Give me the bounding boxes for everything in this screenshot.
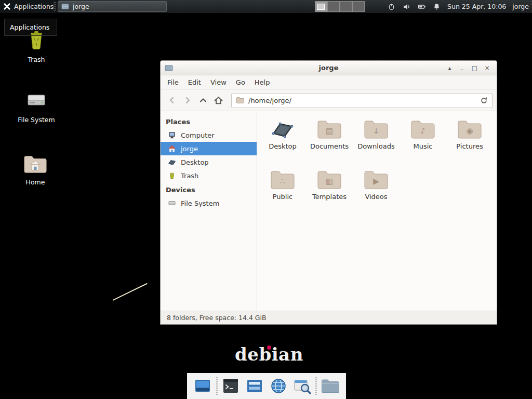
sidebar-item-computer[interactable]: Computer bbox=[161, 128, 257, 142]
desktop-icon-home[interactable]: Home bbox=[13, 154, 58, 186]
trash-icon bbox=[25, 29, 48, 52]
desktop-icon-trash[interactable]: Trash bbox=[14, 29, 59, 63]
globe-icon bbox=[269, 377, 288, 395]
desktop-icon-filesystem[interactable]: File System bbox=[14, 89, 59, 124]
window-controls: ▴ – □ × bbox=[444, 62, 493, 73]
sidebar-item-desktop[interactable]: Desktop bbox=[161, 155, 257, 169]
panel-grip[interactable] bbox=[54, 2, 56, 11]
folder-icon bbox=[321, 378, 340, 394]
sidebar-item-trash[interactable]: Trash bbox=[161, 169, 257, 182]
file-label: Downloads bbox=[357, 142, 394, 150]
menu-help[interactable]: Help bbox=[250, 76, 275, 88]
file-item-documents[interactable]: ▤ Documents bbox=[306, 119, 353, 169]
file-label: Music bbox=[414, 142, 433, 150]
menubar: File Edit View Go Help bbox=[161, 75, 497, 90]
downloads-folder-icon: ↓ bbox=[364, 119, 389, 140]
file-label: Pictures bbox=[456, 142, 483, 150]
document-emblem: ▤ bbox=[326, 127, 333, 135]
file-item-music[interactable]: ♪ Music bbox=[400, 119, 446, 169]
clock[interactable]: Sun 25 Apr, 10:06 bbox=[447, 3, 506, 10]
menu-view[interactable]: View bbox=[206, 76, 231, 88]
menu-go[interactable]: Go bbox=[231, 76, 250, 88]
file-label: Desktop bbox=[269, 142, 297, 150]
file-label: Documents bbox=[310, 142, 349, 150]
menu-file[interactable]: File bbox=[163, 76, 183, 88]
debian-logo: debian bbox=[235, 344, 303, 365]
workspace-1[interactable] bbox=[315, 1, 327, 12]
pictures-folder-icon: ◉ bbox=[457, 119, 482, 140]
maximize-button[interactable]: □ bbox=[469, 62, 480, 73]
terminal-icon bbox=[221, 377, 240, 395]
documents-folder-icon: ▤ bbox=[317, 119, 342, 140]
back-button[interactable] bbox=[165, 94, 179, 108]
reload-button[interactable] bbox=[477, 94, 490, 107]
dock-panel-preferences[interactable] bbox=[244, 376, 265, 396]
desktop-settings-icon bbox=[193, 377, 212, 395]
close-button[interactable]: × bbox=[482, 62, 493, 73]
sidebar: Places Computer bbox=[161, 111, 257, 311]
file-item-templates[interactable]: ▥ Templates bbox=[306, 169, 353, 220]
workspace-switcher bbox=[315, 1, 365, 12]
dock-file-manager[interactable] bbox=[320, 376, 341, 396]
panel-username: jorge bbox=[512, 3, 529, 10]
workspace-2[interactable] bbox=[327, 1, 340, 12]
video-emblem: ▶ bbox=[373, 178, 379, 185]
share-emblem: ∴ bbox=[280, 178, 285, 185]
workspace-window-thumbnail bbox=[317, 4, 325, 10]
dock-desktop-settings[interactable] bbox=[192, 376, 213, 396]
dock-separator bbox=[315, 377, 317, 395]
input-device-icon[interactable] bbox=[387, 2, 396, 11]
xfce-mouse-icon bbox=[3, 3, 11, 10]
sidebar-item-jorge[interactable]: jorge bbox=[161, 142, 257, 155]
location-path[interactable]: /home/jorge/ bbox=[248, 97, 473, 104]
trash-icon bbox=[168, 171, 176, 180]
file-item-pictures[interactable]: ◉ Pictures bbox=[446, 119, 493, 169]
home-button[interactable] bbox=[211, 94, 225, 108]
desktop-icon bbox=[168, 158, 176, 166]
notification-bell-icon[interactable] bbox=[432, 2, 441, 11]
hard-drive-icon bbox=[25, 89, 48, 112]
file-item-downloads[interactable]: ↓ Downloads bbox=[353, 119, 400, 169]
location-bar[interactable]: /home/jorge/ bbox=[231, 93, 493, 108]
music-note-emblem: ♪ bbox=[420, 127, 425, 135]
workspace-3[interactable] bbox=[340, 1, 352, 12]
sidebar-item-label: File System bbox=[181, 200, 219, 207]
battery-icon[interactable] bbox=[417, 2, 426, 11]
location-folder-icon bbox=[236, 96, 244, 104]
template-emblem: ▥ bbox=[326, 178, 333, 185]
file-item-videos[interactable]: ▶ Videos bbox=[353, 169, 400, 220]
file-label: Videos bbox=[365, 193, 387, 201]
desktop-scribble-line bbox=[113, 283, 148, 301]
window-titlebar[interactable]: jorge ▴ – □ × bbox=[161, 61, 497, 75]
music-folder-icon: ♪ bbox=[410, 119, 435, 140]
dock-terminal[interactable] bbox=[220, 376, 241, 396]
sidebar-devices-header: Devices bbox=[161, 182, 257, 196]
sidebar-item-file-system[interactable]: File System bbox=[161, 196, 257, 210]
workspace-4[interactable] bbox=[352, 1, 365, 12]
status-text: 8 folders, Free space: 14.4 GiB bbox=[167, 314, 267, 322]
menu-edit[interactable]: Edit bbox=[183, 76, 206, 88]
shade-button[interactable]: ▴ bbox=[444, 62, 455, 73]
sidebar-item-label: Computer bbox=[181, 131, 215, 139]
minimize-button[interactable]: – bbox=[457, 62, 468, 73]
applications-menu-button[interactable]: Applications bbox=[0, 0, 59, 13]
forward-button[interactable] bbox=[180, 94, 194, 108]
drive-icon bbox=[168, 199, 176, 207]
taskbar-window-button[interactable]: jorge bbox=[58, 1, 167, 12]
desktop-icon-label: File System bbox=[18, 116, 55, 124]
file-item-public[interactable]: ∴ Public bbox=[259, 169, 306, 220]
file-item-desktop[interactable]: Desktop bbox=[259, 119, 306, 169]
desktop-icon-label: Home bbox=[26, 178, 45, 186]
panel-preferences-icon bbox=[245, 377, 264, 395]
camera-emblem: ◉ bbox=[466, 127, 473, 135]
volume-icon[interactable] bbox=[402, 2, 411, 11]
home-icon bbox=[168, 144, 176, 153]
sidebar-item-label: jorge bbox=[181, 145, 198, 153]
dock-application-finder[interactable] bbox=[292, 376, 313, 396]
up-button[interactable] bbox=[196, 94, 210, 108]
dock-separator bbox=[216, 377, 218, 395]
file-manager-icon bbox=[61, 3, 69, 10]
taskbar-window-label: jorge bbox=[73, 3, 89, 10]
statusbar: 8 folders, Free space: 14.4 GiB bbox=[161, 311, 497, 324]
dock-web-browser[interactable] bbox=[268, 376, 289, 396]
